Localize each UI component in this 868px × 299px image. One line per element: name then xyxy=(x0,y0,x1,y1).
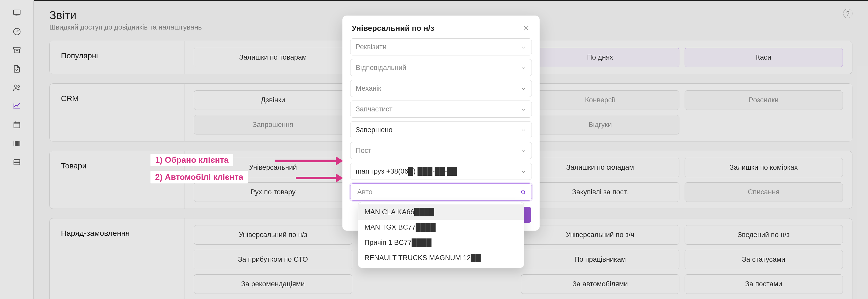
vehicle-field-wrap: Авто MAN CLA KA66████MAN TGX BC77████При… xyxy=(350,184,532,201)
chevron-down-icon xyxy=(521,106,526,112)
post-placeholder: Пост xyxy=(355,147,371,155)
parts-specialist-placeholder: Запчастист xyxy=(355,105,393,113)
vehicle-dropdown: MAN CLA KA66████MAN TGX BC77████Причіп 1… xyxy=(358,202,524,268)
client-value: man груз +38(06█) ███-██-██ xyxy=(355,167,457,175)
annotation-2: 2) Автомобілі клієнта xyxy=(151,171,248,184)
chevron-down-icon xyxy=(521,148,526,154)
annotation-arrow-1 xyxy=(275,160,342,162)
vehicle-placeholder: Авто xyxy=(355,188,373,196)
client-select[interactable]: man груз +38(06█) ███-██-██ xyxy=(350,163,532,180)
requisites-placeholder: Реквізити xyxy=(355,43,386,51)
vehicle-option[interactable]: MAN TGX BC77████ xyxy=(358,220,524,235)
chevron-down-icon xyxy=(521,168,526,174)
vehicle-option[interactable]: RENAULT TRUCKS MAGNUM 12██ xyxy=(358,250,524,266)
modal-header: Універсальний по н/з xyxy=(342,15,539,38)
mechanic-select[interactable]: Механік xyxy=(350,80,532,97)
report-filter-modal: Універсальний по н/з Реквізити Відповіда… xyxy=(342,15,539,231)
vehicle-search-input[interactable]: Авто xyxy=(350,184,532,201)
post-select[interactable]: Пост xyxy=(350,142,532,159)
modal-title: Універсальний по н/з xyxy=(352,24,434,33)
search-icon xyxy=(520,189,526,195)
vehicle-option[interactable]: Причіп 1 BC77████ xyxy=(358,235,524,250)
close-icon[interactable] xyxy=(522,24,530,32)
chevron-down-icon xyxy=(521,65,526,70)
annotation-1: 1) Обрано клієнта xyxy=(151,154,233,166)
vehicle-option[interactable]: MAN CLA KA66████ xyxy=(358,204,524,220)
chevron-down-icon xyxy=(521,44,526,50)
modal-fields: Реквізити Відповідальний Механік Запчаст… xyxy=(342,38,539,201)
chevron-down-icon xyxy=(521,86,526,91)
svg-point-7 xyxy=(521,190,525,193)
mechanic-placeholder: Механік xyxy=(355,85,381,93)
status-select[interactable]: Завершено xyxy=(350,121,532,138)
responsible-select[interactable]: Відповідальний xyxy=(350,59,532,76)
responsible-placeholder: Відповідальний xyxy=(355,64,406,72)
status-value: Завершено xyxy=(355,126,393,134)
chevron-down-icon xyxy=(521,127,526,133)
requisites-select[interactable]: Реквізити xyxy=(350,38,532,56)
parts-specialist-select[interactable]: Запчастист xyxy=(350,101,532,118)
annotation-arrow-2 xyxy=(296,177,342,179)
